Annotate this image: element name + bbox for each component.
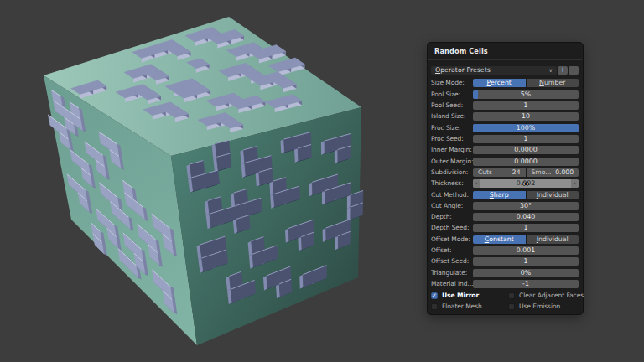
panel-row-material_index: Material Ind...-1: [431, 280, 579, 288]
panel-row-size_mode: Size Mode:PercentNumber: [431, 79, 579, 87]
offset_mode-option-constant[interactable]: Constant: [473, 235, 526, 244]
triangulate-field: 0%: [473, 269, 579, 277]
thickness-value: 0.002: [473, 179, 579, 188]
proc_seed-number-field[interactable]: 1: [473, 135, 579, 143]
panel-row-pool_size: Pool Size:5%: [431, 90, 579, 99]
field-label-proc_size: Proc Size:: [431, 124, 473, 132]
proc_seed-field: 1: [473, 135, 579, 143]
checkbox-use_mirror[interactable]: ✓Use Mirror: [431, 292, 479, 300]
pool_seed-number-field[interactable]: 1: [473, 101, 579, 110]
offset-value: 0.001: [473, 246, 579, 255]
panel-separator: [428, 59, 582, 60]
offset_seed-number-field[interactable]: 1: [473, 257, 579, 266]
cell-side: [335, 236, 338, 251]
cell-side: [347, 207, 351, 221]
depth_seed-number-field[interactable]: 1: [473, 224, 579, 232]
cell-side: [323, 228, 326, 242]
operator-presets-dropdown[interactable]: Operator Presets∨: [431, 66, 557, 75]
proc_seed-value: 1: [473, 135, 579, 143]
field-label-pool_size: Pool Size:: [431, 90, 473, 99]
redo-panel: Random Cells Operator Presets∨+−Size Mod…: [427, 42, 584, 315]
depth-value: 0.040: [473, 213, 579, 221]
material_index-value: -1: [473, 280, 579, 288]
checkbox-floater_mesh[interactable]: Floater Mesh: [431, 303, 482, 311]
subdivision-sub-cuts[interactable]: Cuts24: [473, 168, 526, 177]
proc_size-slider[interactable]: 100%: [473, 124, 579, 132]
size_mode-segment: PercentNumber: [473, 79, 579, 87]
field-label-cut_angle: Cut Angle:: [431, 202, 473, 210]
clear_adjacent_faces-label: Clear Adjacent Faces: [519, 292, 584, 299]
triangulate-slider[interactable]: 0%: [473, 269, 579, 277]
panel-row-offset_seed: Offset Seed:1: [431, 257, 579, 266]
checkbox-clear_adjacent_faces[interactable]: Clear Adjacent Faces: [508, 292, 584, 300]
offset_mode-field: ConstantIndividual: [473, 235, 579, 244]
size_mode-option-percent[interactable]: Percent: [473, 79, 526, 87]
field-label-size_mode: Size Mode:: [431, 79, 473, 87]
field-label-depth: Depth:: [431, 213, 473, 221]
use_emission-checkbox-box[interactable]: [508, 303, 515, 310]
panel-row-thickness: Thickness:‹›0.002↔: [431, 179, 579, 188]
operator-presets-label: Operator Presets: [435, 66, 491, 75]
floater_mesh-checkbox-box[interactable]: [431, 303, 438, 310]
preset-add-button[interactable]: +: [558, 66, 568, 75]
depth_seed-value: 1: [473, 224, 579, 232]
sub-label: Smo...: [532, 168, 552, 177]
clear_adjacent_faces-checkbox-box[interactable]: [508, 292, 515, 299]
field-label-pool_seed: Pool Seed:: [431, 101, 473, 110]
material_index-number-field[interactable]: -1: [473, 280, 579, 288]
checkbox-row-1: Floater MeshUse Emission: [431, 303, 579, 311]
field-label-inner_margin: Inner Margin:: [431, 146, 473, 154]
cube-object[interactable]: [44, 17, 363, 345]
thickness-decrease-arrow[interactable]: ‹: [473, 179, 480, 188]
sub-value: 0.000: [555, 168, 574, 177]
cut_angle-value: 30°: [473, 202, 579, 210]
use_mirror-label: Use Mirror: [442, 292, 479, 299]
size_mode-field: PercentNumber: [473, 79, 579, 87]
field-label-cut_method: Cut Method:: [431, 191, 473, 199]
depth-number-field[interactable]: 0.040: [473, 213, 579, 221]
cut_method-option-individual[interactable]: Individual: [527, 191, 579, 199]
inner_margin-number-field[interactable]: 0.0000: [473, 146, 579, 154]
panel-row-proc_seed: Proc Seed:1: [431, 135, 579, 143]
island_size-field: 10: [473, 112, 579, 121]
subdivision-sub-smo[interactable]: Smo...0.000: [527, 168, 579, 177]
offset_seed-field: 1: [473, 257, 579, 266]
panel-row-subdivision: Subdivision:Cuts24Smo...0.000: [431, 168, 579, 177]
pool_seed-value: 1: [473, 101, 579, 110]
island_size-value: 10: [473, 112, 579, 121]
cut_angle-field: 30°: [473, 202, 579, 210]
thickness-field: ‹›0.002↔: [473, 179, 579, 188]
size_mode-option-number[interactable]: Number: [527, 79, 579, 87]
pool_size-value: 5%: [473, 90, 579, 99]
cell-side: [335, 150, 338, 164]
thickness-increase-arrow[interactable]: ›: [571, 179, 579, 188]
cut_angle-number-field[interactable]: 30°: [473, 202, 579, 210]
presets-field: Operator Presets∨+−: [431, 66, 579, 75]
offset_seed-value: 1: [473, 257, 579, 266]
offset_mode-option-individual[interactable]: Individual: [527, 235, 579, 244]
preset-remove-button[interactable]: −: [569, 66, 579, 75]
offset-number-field[interactable]: 0.001: [473, 246, 579, 255]
field-label-material_index: Material Ind...: [431, 280, 473, 288]
island_size-number-field[interactable]: 10: [473, 112, 579, 121]
checkbox-use_emission[interactable]: Use Emission: [508, 303, 560, 311]
subdivision-field: Cuts24Smo...0.000: [473, 168, 579, 177]
offset-field: 0.001: [473, 246, 579, 255]
presets-row: Operator Presets∨+−: [431, 66, 579, 75]
subdivision-compound: Cuts24Smo...0.000: [473, 168, 579, 177]
depth-field: 0.040: [473, 213, 579, 221]
cut_method-option-sharp[interactable]: Sharp: [473, 191, 526, 199]
panel-row-island_size: Island Size:10: [431, 112, 579, 121]
cell-side: [322, 191, 325, 205]
field-label-outer_margin: Outer Margin:: [431, 158, 473, 166]
use_mirror-checkbox-box[interactable]: ✓: [431, 292, 438, 299]
checkbox-row-0: ✓Use MirrorClear Adjacent Faces: [431, 292, 579, 300]
outer_margin-number-field[interactable]: 0.0000: [473, 158, 579, 166]
field-label-offset_mode: Offset Mode:: [431, 235, 473, 244]
pool_size-slider[interactable]: 5%: [473, 90, 579, 99]
material_index-field: -1: [473, 280, 579, 288]
thickness-drag-field[interactable]: ‹›0.002↔: [473, 179, 579, 188]
cell-side: [347, 195, 351, 209]
field-label-offset: Offset:: [431, 246, 473, 255]
pool_seed-field: 1: [473, 101, 579, 110]
